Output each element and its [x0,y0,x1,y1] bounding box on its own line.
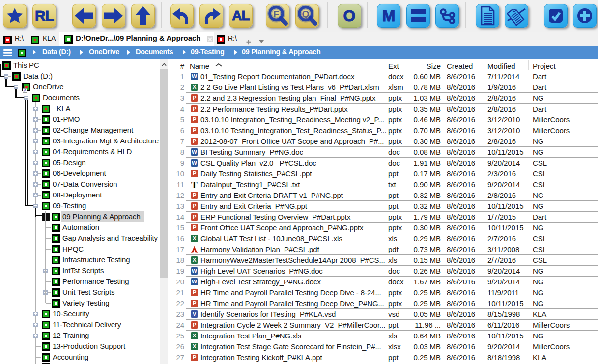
svg-text:F: F [273,9,279,19]
svg-text:Q: Q [302,9,310,19]
